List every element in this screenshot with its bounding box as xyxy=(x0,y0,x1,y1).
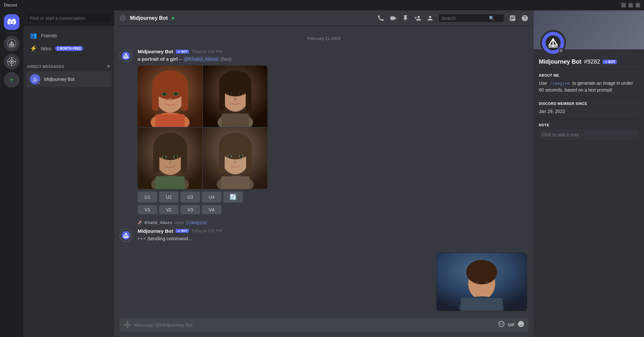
add-user-button[interactable] xyxy=(414,15,421,22)
svg-point-38 xyxy=(240,93,242,95)
message-input[interactable] xyxy=(134,322,495,328)
help-button[interactable] xyxy=(521,15,528,22)
header-actions: 🔍 xyxy=(377,14,528,22)
svg-rect-33 xyxy=(219,83,225,111)
action-buttons-row1: U1 U2 U3 U4 🔄 xyxy=(138,192,528,203)
search-input[interactable] xyxy=(441,16,487,21)
svg-rect-34 xyxy=(246,83,252,111)
svg-rect-21 xyxy=(181,85,188,111)
window-controls: ─ □ ✕ xyxy=(621,3,640,7)
about-me-command: /imagine xyxy=(548,81,571,86)
u4-button[interactable]: U4 xyxy=(202,192,221,203)
gif-button[interactable]: GIF xyxy=(508,322,515,327)
add-dm-button[interactable]: + xyxy=(107,63,110,70)
date-text: February 11, 2023 xyxy=(307,36,340,41)
v3-button[interactable]: V3 xyxy=(180,205,200,214)
typing-dots xyxy=(138,238,145,240)
profile-info: Midjourney Bot #9282 BOT ABOUT ME Use /i… xyxy=(534,49,644,145)
svg-point-63 xyxy=(234,161,237,163)
server-icon-2[interactable] xyxy=(4,54,19,69)
nitro-badge: 1 MONTH FREE xyxy=(55,46,83,51)
u3-button[interactable]: U3 xyxy=(180,192,200,203)
call-button[interactable] xyxy=(377,15,384,22)
v1-button[interactable]: V1 xyxy=(138,205,157,214)
ai-icon xyxy=(7,57,16,66)
profile-button[interactable] xyxy=(427,15,434,22)
dm-user-midjourney[interactable]: Midjourney Bot xyxy=(26,71,112,87)
v4-button[interactable]: V4 xyxy=(202,205,221,214)
pin-button[interactable] xyxy=(402,15,409,22)
svg-point-74 xyxy=(466,260,497,284)
about-me-text: Use /imagine to generate an image in und… xyxy=(539,80,639,94)
bot-avatar-ship-icon-2 xyxy=(121,231,130,240)
svg-point-49 xyxy=(163,156,166,158)
online-status-dot xyxy=(172,17,174,19)
about-me-title: ABOUT ME xyxy=(539,73,639,77)
message-dash: – xyxy=(179,56,183,62)
maximize-button[interactable]: □ xyxy=(628,3,633,7)
home-server-icon[interactable] xyxy=(4,14,19,30)
member-since-title: DISCORD MEMBER SINCE xyxy=(539,102,639,106)
system-msg-icon: 🚀 xyxy=(138,220,142,225)
emoji-button[interactable] xyxy=(498,320,505,329)
system-msg-user: Khalid_Abess xyxy=(144,220,172,225)
friends-nav-item[interactable]: 👥 Friends xyxy=(26,29,112,42)
add-user-icon xyxy=(414,15,421,22)
svg-rect-78 xyxy=(461,298,502,311)
u1-button[interactable]: U1 xyxy=(138,192,157,203)
svg-point-5 xyxy=(11,61,13,63)
svg-point-26 xyxy=(168,98,172,101)
profile-divider-1 xyxy=(539,69,639,69)
system-msg-action: used xyxy=(174,220,183,225)
minimize-button[interactable]: ─ xyxy=(621,3,626,7)
svg-point-76 xyxy=(485,281,489,284)
video-icon xyxy=(390,15,397,22)
sticker-button[interactable] xyxy=(517,320,525,329)
channel-at-symbol: @ xyxy=(119,14,126,22)
message-author-1: Midjourney Bot xyxy=(138,49,173,54)
channel-header: @ Midjourney Bot xyxy=(114,10,534,26)
date-divider: February 11, 2023 xyxy=(119,36,528,41)
svg-point-62 xyxy=(240,155,242,157)
close-button[interactable]: ✕ xyxy=(636,3,640,7)
profile-divider-2 xyxy=(539,97,639,98)
v2-button[interactable]: V2 xyxy=(159,205,179,214)
portrait-svg-1 xyxy=(138,66,202,127)
note-input[interactable]: Click to add a note xyxy=(539,130,639,140)
verified-checkmark-2 xyxy=(177,229,180,232)
portrait-image-4 xyxy=(203,128,267,189)
u2-button[interactable]: U2 xyxy=(159,192,179,203)
server-icon-1[interactable] xyxy=(4,36,19,51)
message-group-1: Midjourney Bot BOT Today at 3:31 PM a po… xyxy=(119,47,528,216)
add-server-button[interactable]: + xyxy=(4,72,19,88)
video-button[interactable] xyxy=(390,15,397,22)
video-person xyxy=(437,253,527,311)
inbox-button[interactable] xyxy=(509,15,516,22)
svg-rect-53 xyxy=(155,176,185,189)
add-file-icon[interactable]: ➕ xyxy=(123,321,131,329)
about-me-text-before: Use xyxy=(539,81,548,86)
message-header-2: Midjourney Bot BOT Today at 3:32 PM xyxy=(138,228,528,234)
portrait-image-2 xyxy=(203,66,267,127)
help-icon xyxy=(521,15,528,22)
refresh-button[interactable]: 🔄 xyxy=(223,192,243,203)
midjourney-avatar xyxy=(30,74,40,84)
dm-search-area xyxy=(23,10,114,26)
ship-icon xyxy=(7,39,16,48)
system-msg-command: /imagine xyxy=(185,220,208,225)
svg-rect-58 xyxy=(246,146,252,173)
svg-rect-41 xyxy=(222,114,249,127)
emoji-icon xyxy=(498,320,505,328)
profile-panel: Midjourney Bot #9282 BOT ABOUT ME Use /i… xyxy=(534,10,644,337)
find-conversation-input[interactable] xyxy=(27,14,110,22)
nitro-label: Nitro xyxy=(41,46,51,51)
message-header-1: Midjourney Bot BOT Today at 3:31 PM xyxy=(138,49,528,54)
nitro-nav-item[interactable]: ⚡ Nitro 1 MONTH FREE xyxy=(26,42,112,55)
portrait-svg-3 xyxy=(138,128,202,189)
generated-image-grid[interactable] xyxy=(138,66,267,189)
portrait-image-1 xyxy=(138,66,202,127)
profile-banner xyxy=(534,10,644,49)
portrait-svg-2 xyxy=(203,66,267,127)
svg-point-50 xyxy=(175,156,177,158)
portrait-svg-4 xyxy=(203,128,267,189)
